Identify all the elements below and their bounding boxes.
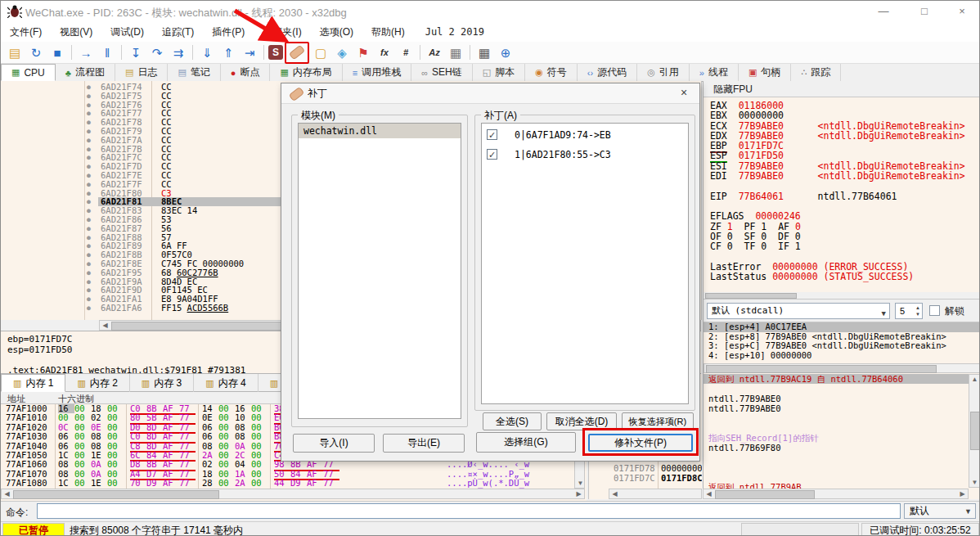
tab-日志[interactable]: ▤日志 [115, 64, 168, 81]
import-button[interactable]: 导入(I) [293, 434, 375, 453]
stack-info-pane[interactable]: 返回到 ntdll.77B9AC19 自 ntdll.77B64060 ntdl… [703, 374, 980, 499]
comment-icon[interactable]: ▢ [311, 43, 330, 62]
hash-icon[interactable]: # [396, 43, 416, 62]
stack-info-row[interactable] [704, 413, 980, 423]
tab-断点[interactable]: ●断点 [221, 64, 271, 81]
bookmark-icon[interactable]: ⚑ [353, 43, 373, 62]
dump-hscrollbar[interactable]: ◀ ▶ [1, 489, 585, 499]
tab-调用堆栈[interactable]: ≡调用堆栈 [343, 64, 411, 81]
tab-引用[interactable]: ◎引用 [637, 64, 690, 81]
tab-符号[interactable]: ◉符号 [525, 64, 578, 81]
select-group-button[interactable]: 选择组(G) [476, 432, 576, 453]
phone-icon[interactable]: ▦ [446, 43, 465, 62]
arguments-hscrollbar[interactable] [704, 363, 980, 373]
stack-info-row[interactable]: ntdll.77B9ABE0 [704, 403, 980, 413]
step-over-icon[interactable]: ↷ [147, 43, 167, 62]
command-input[interactable] [37, 503, 901, 519]
run-icon[interactable]: → [76, 43, 96, 62]
stack-info-vscrollbar[interactable]: ▲ ▼ [969, 374, 980, 488]
patch-icon[interactable] [285, 42, 309, 64]
maximize-button[interactable]: □ [910, 2, 938, 20]
stack-info-row[interactable]: ntdll.77B9ABE0 [704, 394, 980, 403]
stack-info-hscrollbar[interactable]: ◀ ▶ [703, 489, 969, 499]
argument-row[interactable]: 3: [esp+C] 77B9ABE0 <ntdll.DbgUiRemoteBr… [704, 341, 980, 351]
label-icon[interactable]: ◈ [332, 43, 352, 62]
menu-item[interactable]: 收藏夹(I) [254, 22, 310, 42]
run-to-cursor-icon[interactable]: ⇉ [169, 43, 188, 62]
stop-icon-glyph: ■ [53, 47, 61, 59]
stack-info-row[interactable]: 指向SEH_Record[1]的指针 [704, 433, 980, 443]
strings-icon[interactable]: S [268, 45, 283, 60]
execute-till-return-icon[interactable]: ⇓ [197, 43, 217, 62]
stack-info-row[interactable] [704, 423, 980, 433]
patch-file-button[interactable]: 修补文件(P) [588, 434, 693, 452]
patch-checkbox[interactable]: ✓ [487, 129, 497, 140]
stop-icon[interactable]: ■ [47, 43, 67, 62]
dump-row[interactable]: 77AF10801C001E0070D9AF7728002A0044D9AF77… [1, 479, 587, 488]
stack-info-row[interactable] [704, 384, 980, 394]
argument-row[interactable]: 1: [esp+4] A0C17EEA [704, 322, 980, 332]
registers-hscrollbar[interactable] [704, 292, 980, 299]
stack-hscrollbar[interactable]: ◀ [609, 489, 702, 499]
step-into-icon[interactable]: ↧ [126, 43, 146, 62]
tab-脚本[interactable]: ◱脚本 [473, 64, 525, 81]
stack-info-row[interactable] [704, 462, 980, 472]
function-icon[interactable]: fx [375, 43, 394, 62]
calculator-icon[interactable]: ▦ [474, 43, 494, 62]
stack-info-row[interactable]: ntdll.77B69F80 [704, 443, 980, 453]
patch-list[interactable]: ✓0|6A7F1AD9:74->EB✓1|6AD21F80:55->C3 [481, 123, 689, 404]
dump-tab-4[interactable]: ▥内存 4 [194, 374, 258, 392]
run-to-user-code-icon[interactable]: ⇥ [240, 43, 259, 62]
dump-tab-2[interactable]: ▥内存 2 [65, 374, 129, 392]
stack-row[interactable]: 0171FD7800000000 [589, 463, 702, 473]
registers-pane[interactable]: 隐藏FPU EAX 01186000EBX 00000000ECX 77B9AB… [703, 81, 980, 374]
case-icon[interactable]: Az [425, 43, 444, 62]
menu-item[interactable]: 视图(V) [51, 22, 101, 42]
module-list[interactable]: wechatwin.dll [298, 123, 461, 419]
tab-SEH链[interactable]: ∞SEH链 [411, 64, 473, 81]
tab-流程图[interactable]: ♣流程图 [56, 64, 115, 81]
menu-item[interactable]: 帮助(H) [362, 22, 414, 42]
patch-dialog-titlebar[interactable]: 补丁 × [281, 83, 699, 104]
stack-info-row[interactable] [704, 453, 980, 462]
tab-CPU[interactable]: ▦CPU [1, 64, 56, 81]
menu-item[interactable]: 插件(P) [203, 22, 254, 42]
patch-list-item[interactable]: ✓1|6AD21F80:55->C3 [482, 146, 688, 163]
restart-icon[interactable]: ↻ [26, 43, 46, 62]
stack-row[interactable]: 0171FD7C0171FD8C [589, 473, 702, 483]
tab-笔记[interactable]: ▤笔记 [168, 64, 220, 81]
step-out-icon[interactable]: ⇑ [218, 43, 238, 62]
menu-item[interactable]: 调试(D) [101, 22, 153, 42]
unlock-checkbox[interactable] [929, 305, 940, 316]
tab-线程[interactable]: »线程 [690, 64, 739, 81]
dump-tab-3[interactable]: ▥内存 3 [130, 374, 194, 392]
tab-句柄[interactable]: ▣句柄 [739, 64, 791, 81]
menu-item[interactable]: 文件(F) [1, 22, 51, 42]
argument-rows[interactable]: 1: [esp+4] A0C17EEA2: [esp+8] 77B9ABE0 <… [704, 322, 980, 363]
command-profile-combo[interactable]: 默认 ▼ [904, 503, 976, 519]
dialog-close-icon[interactable]: × [677, 86, 691, 99]
globe-icon[interactable]: ⊕ [496, 43, 515, 62]
tab-内存布局[interactable]: ▦内存布局 [270, 64, 342, 81]
minimize-button[interactable]: — [870, 2, 897, 20]
select-all-button[interactable]: 全选(S) [483, 412, 542, 430]
hide-fpu-button[interactable]: 隐藏FPU [704, 81, 980, 97]
tab-跟踪[interactable]: ∴跟踪 [791, 64, 841, 81]
open-file-icon[interactable]: ▤ [5, 43, 25, 62]
argument-count-spinner[interactable]: 5 ▲▼ [895, 303, 923, 319]
patch-list-item[interactable]: ✓0|6A7F1AD9:74->EB [482, 127, 688, 143]
calling-convention-combo[interactable]: 默认 (stdcall) ▼ [707, 303, 890, 319]
dump-tab-1[interactable]: ▥内存 1 [1, 374, 65, 392]
pause-icon[interactable]: ‖ [97, 43, 117, 62]
stack-info-row[interactable] [704, 472, 980, 482]
stack-info-row[interactable]: 返回到 ntdll.77B9AC19 自 ntdll.77B64060 [704, 374, 980, 384]
argument-row[interactable]: 4: [esp+10] 00000000 [704, 351, 980, 361]
patch-checkbox[interactable]: ✓ [487, 149, 497, 160]
menu-item[interactable]: 追踪(T) [153, 22, 203, 42]
close-button[interactable]: × [948, 2, 976, 20]
menu-item[interactable]: 选项(O) [311, 22, 362, 42]
spinner-arrows-icon[interactable]: ▲▼ [915, 304, 920, 318]
module-list-item[interactable]: wechatwin.dll [299, 124, 461, 138]
export-button[interactable]: 导出(E) [383, 434, 465, 453]
tab-源代码[interactable]: ‹›源代码 [578, 64, 637, 81]
